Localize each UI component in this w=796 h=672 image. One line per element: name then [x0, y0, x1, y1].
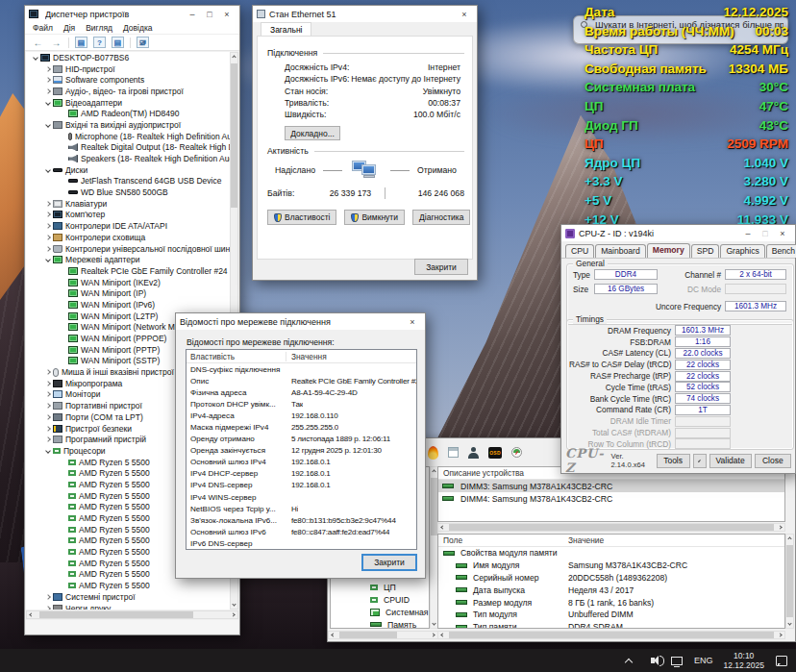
ethernet-status-titlebar[interactable]: Стан Ethernet 51 × [253, 6, 477, 22]
close-button[interactable]: × [404, 314, 421, 329]
close-button-ethernet[interactable]: Закрити [414, 259, 468, 275]
scroll-up-arrow-icon[interactable] [785, 535, 794, 543]
network-details-row[interactable]: Протокол DHCP увімк...Так [187, 398, 416, 410]
device-tree-item[interactable]: Аудіо-, відео- та ігрові пристрої [26, 86, 238, 97]
language-indicator[interactable]: ENG [694, 656, 713, 665]
menu-item[interactable]: Довідка [123, 23, 153, 33]
chevron-right-icon[interactable] [43, 224, 53, 228]
device-tree-item[interactable]: WD Blue SN580 500GB [26, 187, 238, 198]
properties-row[interactable]: Имя модуляSamsung M378A1K43CB2-CRC [438, 560, 784, 572]
forward-button[interactable]: → [50, 37, 62, 48]
device-tree-item[interactable]: Контролери універсальної послідовної шин… [26, 243, 238, 255]
cpuz-titlebar[interactable]: CPU-Z - ID : v194ki – □ × [561, 225, 795, 241]
device-tree-item[interactable]: Відеоадаптери [26, 97, 238, 109]
properties-row[interactable]: Серийный номер20DDC558h (1489362208) [438, 572, 784, 585]
network-details-row[interactable]: Оренду отримано5 листопада 1889 р. 12:06… [187, 434, 416, 445]
network-details-row[interactable]: ОписRealtek PCIe GbE Family Controller #… [187, 375, 416, 386]
maximize-button[interactable]: □ [757, 226, 774, 240]
details-button[interactable]: Докладно... [285, 126, 340, 140]
device-list-horizontal-scrollbar[interactable] [437, 523, 785, 532]
action-center-icon[interactable] [775, 653, 788, 668]
sidebar-item-2[interactable]: CPUID [331, 593, 429, 606]
scrollbar-thumb[interactable] [339, 632, 397, 638]
network-details-row[interactable]: Основний шлюз IPv6fe80::c847:aaff:fe2d:e… [187, 526, 416, 537]
scrollbar-thumb[interactable] [449, 632, 774, 638]
validate-button[interactable]: Validate [709, 454, 752, 468]
sidebar-horizontal-scrollbar[interactable] [328, 631, 438, 639]
device-list-item[interactable]: DIMM4: Samsung M378A1K43CB2-CRC [438, 492, 784, 505]
device-tree-item[interactable]: AMD Radeon(TM) HD8490 [26, 108, 238, 119]
close-button[interactable]: × [218, 7, 236, 21]
tab-spd[interactable]: SPD [691, 244, 720, 258]
network-details-row[interactable]: Маска підмережі IPv4255.255.255.0 [187, 421, 416, 433]
minimize-button[interactable]: – [739, 226, 757, 240]
network-details-row[interactable]: IPv4 DHCP-сервер192.168.0.1 [187, 468, 416, 480]
device-tree-item[interactable]: Диски [26, 164, 238, 176]
close-button[interactable]: × [774, 226, 791, 240]
network-details-row[interactable]: Оренда закінчується12 грудня 2025 р. 12:… [187, 445, 416, 457]
device-tree-item[interactable]: Realtek Digital Output (18- Realtek High… [26, 142, 238, 154]
device-tree-item[interactable]: Контролери сховища [26, 232, 238, 243]
network-details-row[interactable]: Фізична адресаA8-A1-59-4C-29-4D [187, 386, 416, 398]
properties-button[interactable]: ▤ [112, 37, 124, 48]
network-details-row[interactable]: IPv4 DNS-сервер192.168.0.1 [187, 480, 416, 491]
osd-icon[interactable]: OSD [488, 447, 502, 459]
network-tray-icon[interactable] [670, 653, 684, 668]
chevron-down-icon[interactable] [43, 123, 53, 127]
property-column-header[interactable]: Властивість [187, 352, 286, 361]
tab-memory[interactable]: Memory [647, 243, 690, 258]
scrollbar-thumb[interactable] [431, 478, 437, 535]
menu-item[interactable]: Вигляд [86, 23, 112, 33]
show-list-button[interactable]: ▤ [75, 37, 87, 48]
chevron-down-icon[interactable] [31, 56, 40, 60]
network-details-titlebar[interactable]: Відомості про мережеве підключення × [176, 313, 425, 330]
tray-chevron-up-icon[interactable] [622, 653, 635, 668]
device-tree-item[interactable]: Комп'ютер [26, 210, 238, 221]
field-column-header[interactable]: Поле [438, 535, 568, 545]
scroll-right-arrow-icon[interactable] [229, 610, 237, 619]
device-tree-item[interactable]: AMD Ryzen 5 5500 [26, 580, 238, 591]
scrollbar-thumb[interactable] [449, 524, 774, 531]
scroll-left-arrow-icon[interactable] [329, 631, 337, 639]
close-button-dialog[interactable]: Закрити [361, 554, 417, 571]
scan-hardware-button[interactable]: 🖳 [137, 37, 149, 48]
device-tree-item[interactable]: Software components [26, 74, 238, 86]
close-button[interactable]: × [456, 7, 473, 21]
scrollbar-thumb[interactable] [786, 545, 793, 617]
scroll-left-arrow-icon[interactable] [438, 631, 447, 639]
device-manager-titlebar[interactable]: Диспетчер пристроїв – □ × [25, 6, 239, 22]
tab-cpu[interactable]: CPU [565, 244, 594, 258]
scroll-right-arrow-icon[interactable] [429, 631, 437, 639]
device-tree-item[interactable]: Мережеві адаптери [26, 254, 238, 265]
tab-general[interactable]: Загальні [261, 22, 311, 36]
sidebar-item-4[interactable]: Память [331, 618, 429, 629]
chevron-down-icon[interactable] [43, 101, 53, 105]
scroll-down-arrow-icon[interactable] [230, 600, 238, 609]
gauge-icon[interactable] [511, 447, 522, 458]
properties-horizontal-scrollbar[interactable] [437, 631, 785, 639]
network-details-row[interactable]: IPv4-адреса192.168.0.110 [187, 410, 416, 421]
chevron-right-icon[interactable] [43, 247, 53, 251]
network-details-row[interactable]: Основний шлюз IPv4192.168.0.1 [187, 457, 416, 468]
chevron-right-icon[interactable] [43, 415, 53, 419]
properties-row[interactable]: Дата выпускаНеделя 43 / 2017 [438, 584, 784, 596]
device-tree-item[interactable]: Системні пристрої [26, 591, 238, 603]
chevron-down-icon[interactable] [43, 168, 53, 172]
tree-horizontal-scrollbar[interactable] [26, 610, 238, 619]
sidebar-item-3[interactable]: Системная плата [331, 606, 429, 618]
aida64-flame-icon[interactable] [428, 446, 438, 460]
device-tree-item[interactable]: Черги друку [26, 603, 238, 610]
diagnose-button[interactable]: Діагностика [412, 210, 470, 225]
device-tree-item[interactable]: WAN Miniport (IP) [26, 287, 238, 299]
device-list-item[interactable]: DIMM3: Samsung M378A1K43CB2-CRC [438, 480, 784, 492]
device-tree-item[interactable]: Контролери IDE ATA/ATAPI [26, 220, 238, 232]
minimize-button[interactable]: – [184, 7, 201, 21]
device-tree-item[interactable]: Realtek PCIe GbE Family Controller #24 [26, 265, 238, 277]
user-icon[interactable] [468, 447, 479, 459]
tab-mainboard[interactable]: Mainboard [595, 244, 646, 258]
sidebar-item-1[interactable]: ЦП [331, 581, 429, 593]
scroll-left-arrow-icon[interactable] [438, 523, 447, 532]
back-button[interactable]: ← [32, 37, 44, 48]
chevron-right-icon[interactable] [43, 212, 53, 216]
tab-graphics[interactable]: Graphics [720, 244, 764, 258]
